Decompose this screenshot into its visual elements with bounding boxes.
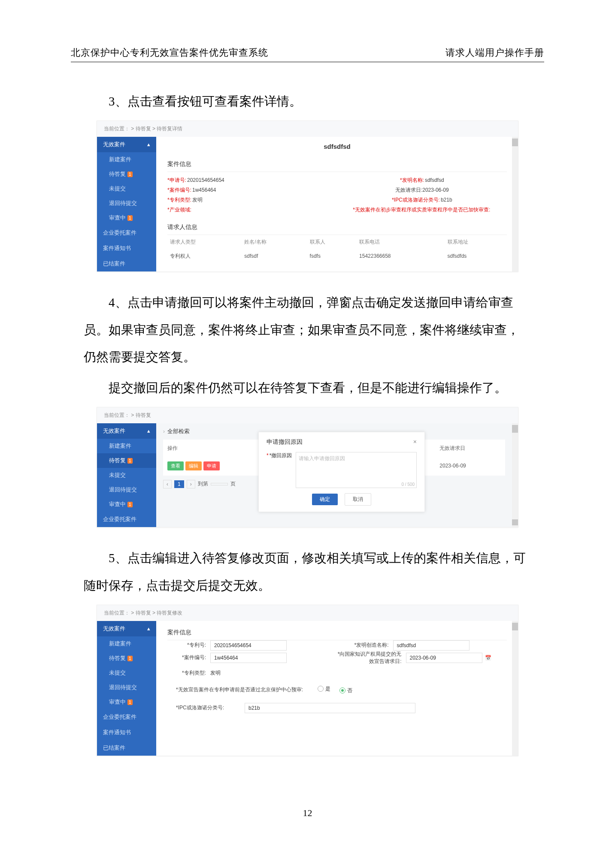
patent-no-input[interactable]: 2020154654654: [210, 640, 287, 651]
ipc-input[interactable]: b21b: [245, 703, 415, 713]
breadcrumb: 当前位置： > 待答复 > 待答复修改: [97, 605, 518, 621]
sidebar-item-pending-reply[interactable]: 待答复1: [97, 167, 156, 181]
case-title: sdfsdfsd: [156, 137, 518, 153]
sidebar: 无效案件▴ 新建案件 待答复1 未提交 退回待提交 审查中1 企业委托案件: [97, 423, 156, 527]
close-icon[interactable]: ×: [413, 438, 417, 446]
sidebar-item-new-case[interactable]: 新建案件: [97, 439, 156, 453]
radio-no[interactable]: 否: [339, 687, 352, 694]
ipc-label: *IPC或洛迦诺分类号:: [176, 705, 224, 711]
modal-reason-label: *撤回原因: [270, 452, 292, 458]
tab-all-search[interactable]: 全部检索: [167, 428, 190, 435]
screenshot-edit-form: 当前位置： > 待答复 > 待答复修改 无效案件▴ 新建案件 待答复1 未提交 …: [97, 605, 518, 756]
recall-modal: 申请撤回原因 × **撤回原因 请输入申请撤回原因 0 / 500 确定 取消: [258, 432, 425, 512]
para-4a: 4、点击申请撤回可以将案件主动撤回，弹窗点击确定发送撤回申请给审查员。如果审查员…: [84, 289, 531, 371]
screenshot-case-detail: 当前位置： > 待答复 > 待答复详情 无效案件▴ 新建案件 待答复1 未提交 …: [97, 121, 518, 272]
pager-input[interactable]: [211, 483, 228, 485]
sidebar-item-notices[interactable]: 案件通知书: [97, 725, 156, 740]
char-counter: 0 / 500: [401, 482, 415, 487]
sidebar-item-pending-reply[interactable]: 待答复1: [97, 453, 156, 468]
sidebar-item-unsubmitted[interactable]: 未提交: [97, 468, 156, 482]
chevron-up-icon: ▴: [147, 141, 150, 148]
sidebar: 无效案件▴ 新建案件 待答复1 未提交 退回待提交 审查中1 企业委托案件 案件…: [97, 621, 156, 756]
col-ops: 操作: [164, 440, 252, 456]
view-button[interactable]: 查看: [167, 461, 184, 470]
sidebar-item-new-case[interactable]: 新建案件: [97, 152, 156, 167]
sidebar-item-pending-reply[interactable]: 待答复1: [97, 651, 156, 666]
scrollbar[interactable]: [512, 621, 518, 756]
case-no-label: *案件编号:: [182, 654, 206, 660]
pager-prev[interactable]: ‹: [163, 480, 172, 488]
invention-name-input[interactable]: sdfsdfsd: [393, 640, 470, 651]
para-4b: 提交撤回后的案件仍然可以在待答复下查看，但是不能进行编辑操作了。: [84, 374, 531, 402]
breadcrumb: 当前位置： > 待答复: [97, 407, 518, 423]
request-date-label: *向国家知识产权局提交的无效宣告请求日:: [338, 651, 402, 664]
cancel-button[interactable]: 取消: [345, 493, 371, 506]
sidebar-item-entrusted[interactable]: 企业委托案件: [97, 225, 156, 241]
sidebar-item-closed[interactable]: 已结案件: [97, 740, 156, 756]
panel-case-info: 案件信息: [167, 625, 507, 640]
patent-no-label: *专利号:: [187, 642, 206, 648]
sidebar-item-invalid-cases[interactable]: 无效案件▴: [97, 423, 156, 439]
patent-type-label: *专利类型:: [182, 670, 206, 676]
chevron-up-icon: ▴: [147, 625, 150, 632]
reason-textarea[interactable]: 请输入申请撤回原因 0 / 500: [296, 452, 417, 488]
panel-requester-info: 请求人信息: [167, 220, 507, 235]
patent-type-value: 发明: [210, 669, 507, 677]
pager-current[interactable]: 1: [174, 480, 184, 488]
pager-next[interactable]: ›: [187, 480, 195, 488]
badge: 1: [127, 215, 133, 221]
radio-yes[interactable]: 是: [318, 685, 330, 693]
sidebar-item-entrusted[interactable]: 企业委托案件: [97, 709, 156, 725]
sidebar-item-returned[interactable]: 退回待提交: [97, 482, 156, 497]
info-left: *申请号:2020154654654 *案件编号:1w456464 *专利类型:…: [167, 175, 337, 215]
sidebar-item-closed[interactable]: 已结案件: [97, 256, 156, 271]
confirm-button[interactable]: 确定: [312, 494, 338, 505]
scrollbar[interactable]: [512, 423, 518, 527]
sidebar-item-reviewing[interactable]: 审查中1: [97, 695, 156, 709]
sidebar-item-reviewing[interactable]: 审查中1: [97, 211, 156, 225]
requester-table: 请求人类型姓名/名称联系人联系电话联系地址 专利权人sdfsdffsdfs154…: [167, 235, 507, 263]
info-right: *发明名称:sdfsdfsd 无效请求日:2023-06-09 *IPC或洛迦诺…: [337, 175, 507, 215]
badge: 1: [127, 502, 133, 507]
sidebar: 无效案件▴ 新建案件 待答复1 未提交 退回待提交 审查中1 企业委托案件 案件…: [97, 137, 156, 271]
case-no-input[interactable]: 1w456464: [210, 653, 287, 663]
sidebar-item-unsubmitted[interactable]: 未提交: [97, 666, 156, 680]
sidebar-item-unsubmitted[interactable]: 未提交: [97, 181, 156, 196]
cell-req-date: 2023-06-09: [436, 457, 504, 475]
col-req-date: 无效请求日: [436, 440, 504, 456]
page-number: 12: [71, 808, 544, 819]
chevron-right-icon: ›: [163, 428, 165, 434]
badge: 1: [127, 699, 133, 705]
sidebar-item-new-case[interactable]: 新建案件: [97, 636, 156, 651]
sidebar-item-returned[interactable]: 退回待提交: [97, 196, 156, 211]
edit-button[interactable]: 编辑: [185, 461, 202, 470]
panel-case-info: 案件信息: [167, 157, 507, 172]
chevron-up-icon: ▴: [147, 428, 150, 434]
badge: 1: [127, 656, 133, 661]
screenshot-recall-modal: 当前位置： > 待答复 无效案件▴ 新建案件 待答复1 未提交 退回待提交 审查…: [97, 407, 518, 527]
invention-name-label: *发明创造名称:: [354, 642, 388, 648]
badge: 1: [127, 458, 133, 464]
calendar-icon[interactable]: 📅: [485, 655, 491, 661]
header-left: 北京保护中心专利无效宣告案件优先审查系统: [71, 46, 268, 59]
sidebar-item-reviewing[interactable]: 审查中1: [97, 497, 156, 512]
para-3: 3、点击查看按钮可查看案件详情。: [84, 88, 531, 115]
sidebar-item-notices[interactable]: 案件通知书: [97, 241, 156, 256]
sidebar-item-returned[interactable]: 退回待提交: [97, 680, 156, 695]
badge: 1: [127, 172, 133, 177]
sidebar-item-entrusted[interactable]: 企业委托案件: [97, 512, 156, 527]
page-header: 北京保护中心专利无效宣告案件优先审查系统 请求人端用户操作手册: [71, 46, 544, 62]
para-5: 5、点击编辑进入待答复修改页面，修改相关填写或上传的案件相关信息，可随时保存，点…: [84, 545, 531, 600]
breadcrumb: 当前位置： > 待答复 > 待答复详情: [97, 121, 518, 137]
prior-review-label: *无效宣告案件在专利申请前是否通过北京保护中心预审:: [176, 687, 303, 693]
sidebar-item-invalid-cases[interactable]: 无效案件▴: [97, 621, 156, 636]
sidebar-item-invalid-cases[interactable]: 无效案件▴: [97, 137, 156, 152]
header-right: 请求人端用户操作手册: [445, 46, 544, 59]
recall-button[interactable]: 申请: [203, 461, 220, 470]
scrollbar[interactable]: [512, 137, 518, 271]
modal-title: 申请撤回原因: [267, 438, 303, 446]
request-date-input[interactable]: 2023-06-09: [406, 653, 482, 663]
table-row: 专利权人sdfsdffsdfs15422366658sdfsdfds: [167, 249, 507, 263]
